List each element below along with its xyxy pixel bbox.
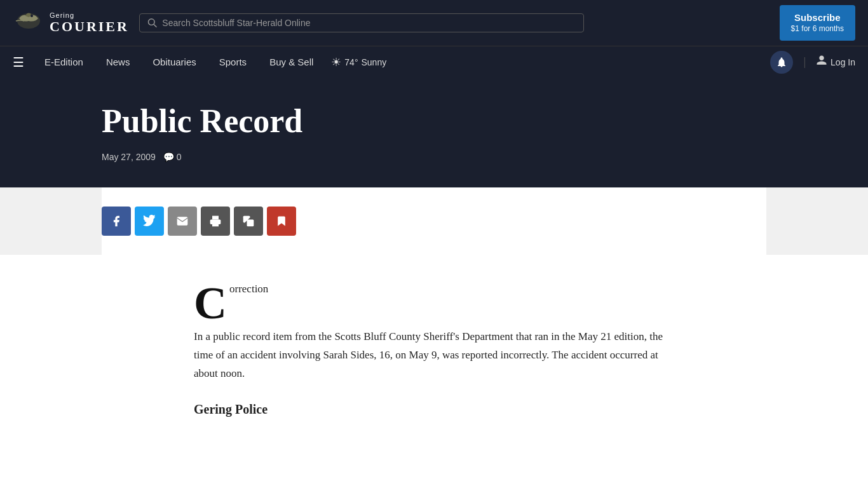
share-facebook-button[interactable] [102,207,131,236]
login-button[interactable]: Log In [816,55,855,69]
search-input[interactable] [162,18,576,28]
article-header: Public Record May 27, 2009 💬 0 [0,78,868,187]
article-title: Public Record [102,103,766,139]
hamburger-button[interactable]: ☰ [13,55,24,70]
weather-condition: Sunny [362,57,387,67]
article-body: Correction In a public record item from … [0,255,868,451]
share-bookmark-button[interactable] [267,207,296,236]
article-meta: May 27, 2009 💬 0 [102,152,766,162]
sidebar-item-obituaries[interactable]: Obituaries [142,48,206,76]
subscribe-line2: $1 for 6 months [791,24,844,34]
twitter-icon [143,215,156,227]
search-icon [147,18,157,28]
article-paragraph-1: In a public record item from the Scotts … [194,328,674,383]
share-email-button[interactable] [168,207,197,236]
user-icon [816,55,827,69]
svg-point-1 [31,15,33,17]
share-inner [102,187,766,255]
bookmark-icon [275,215,288,227]
drop-cap-letter: C [194,284,227,323]
nav-bar: ☰ E-Edition News Obituaries Sports Buy &… [0,46,868,78]
facebook-icon [110,215,123,227]
comment-count: 0 [177,152,182,162]
svg-rect-4 [212,222,219,227]
comment-badge[interactable]: 💬 0 [163,152,182,162]
sidebar-item-news[interactable]: News [96,48,140,76]
sidebar-item-e-edition[interactable]: E-Edition [34,48,93,76]
sidebar-item-buy-sell[interactable]: Buy & Sell [259,48,323,76]
share-copy-button[interactable] [234,207,263,236]
weather-widget: ☀ 74° Sunny [331,55,386,69]
share-section [0,187,868,255]
weather-sun-icon: ☀ [331,55,341,69]
drop-cap-container: Correction [194,280,674,323]
top-bar: Gering COURIER Subscribe $1 for 6 months [0,0,868,46]
notification-bell-icon[interactable] [770,51,793,74]
weather-temp: 74° [344,57,358,67]
search-bar[interactable] [139,13,584,32]
svg-line-3 [154,24,156,27]
email-icon [176,215,189,227]
nav-divider: | [803,55,806,69]
share-print-button[interactable] [201,207,230,236]
svg-point-2 [148,19,154,25]
drop-cap-rest: orrection [229,280,268,299]
logo-area: Gering COURIER [13,7,129,39]
copy-icon [242,215,255,227]
article-date: May 27, 2009 [102,152,156,162]
subscribe-line1: Subscribe [791,11,844,24]
logo-text: Gering COURIER [50,11,129,34]
share-twitter-button[interactable] [135,207,164,236]
sidebar-item-sports[interactable]: Sports [209,48,257,76]
nav-right: | Log In [770,51,855,74]
print-icon [209,215,222,227]
svg-rect-5 [247,220,254,227]
logo-courier: COURIER [50,19,129,34]
subscribe-button[interactable]: Subscribe $1 for 6 months [780,5,855,40]
article-section-heading: Gering Police [194,398,674,420]
logo-bird-icon [13,7,44,39]
login-label: Log In [831,57,855,67]
comment-icon: 💬 [163,152,174,162]
